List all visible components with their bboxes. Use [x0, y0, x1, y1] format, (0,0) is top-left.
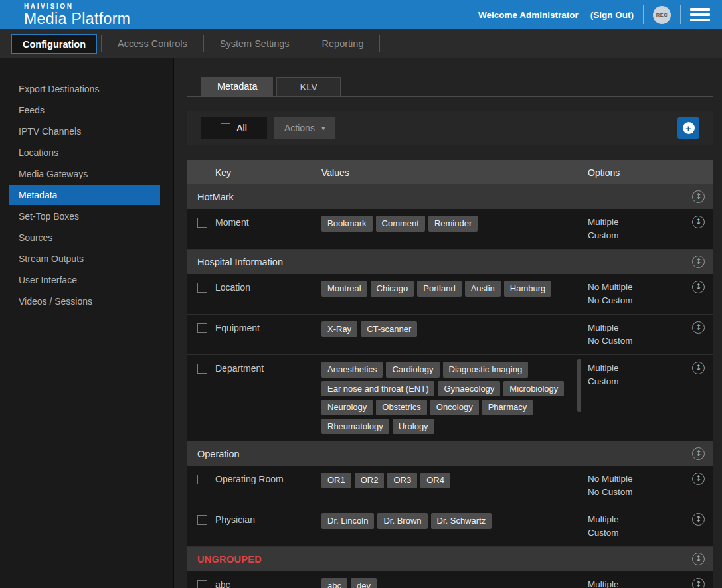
row-values: BookmarkCommentReminder — [321, 216, 566, 232]
tab-klv[interactable]: KLV — [276, 77, 340, 96]
reorder-icon[interactable]: ↕ — [692, 362, 705, 374]
value-tag[interactable]: OR3 — [387, 473, 417, 488]
value-tag[interactable]: Oncology — [430, 400, 479, 415]
row-checkbox[interactable] — [197, 364, 207, 374]
row-checkbox[interactable] — [197, 218, 207, 228]
nav-divider — [379, 35, 380, 52]
metadata-row: Equipment X-RayCT-scanner MultipleNo Cus… — [187, 315, 713, 355]
value-tag[interactable]: Microbiology — [503, 381, 564, 397]
sidebar-item-set-top-boxes[interactable]: Set-Top Boxes — [0, 206, 173, 227]
value-tag[interactable]: Pharmacy — [482, 400, 533, 415]
app-window: HAIVISION Media Platform Welcome Adminis… — [0, 0, 722, 588]
row-options: MultipleNo Custom — [571, 578, 681, 588]
row-options: MultipleCustom — [571, 513, 681, 540]
main-nav: Configuration Access Controls System Set… — [0, 29, 722, 58]
column-header-key: Key — [215, 167, 321, 178]
value-tag[interactable]: Dr. Lincoln — [321, 513, 374, 529]
value-tag[interactable]: Portland — [417, 281, 461, 297]
row-checkbox[interactable] — [197, 323, 207, 333]
add-metadata-button[interactable]: + — [677, 117, 699, 139]
sidebar-item-locations[interactable]: Locations — [0, 142, 173, 163]
sidebar-item-iptv-channels[interactable]: IPTV Channels — [0, 121, 173, 142]
reorder-icon[interactable]: ↕ — [692, 473, 705, 485]
value-tag[interactable]: OR2 — [355, 473, 385, 488]
value-tag[interactable]: Diagnostic Imaging — [443, 362, 529, 378]
value-tag[interactable]: X-Ray — [321, 321, 357, 337]
reorder-icon[interactable]: ↕ — [692, 281, 705, 293]
group-name: HotMark — [197, 192, 692, 202]
welcome-text: Welcome Administrator — [478, 10, 579, 20]
nav-divider — [101, 35, 102, 52]
value-tag[interactable]: OR1 — [321, 473, 351, 488]
value-tag[interactable]: Dr. Brown — [377, 513, 427, 529]
group-header-row[interactable]: UNGROUPED ↕ — [187, 547, 713, 571]
sidebar-item-stream-outputs[interactable]: Stream Outputs — [0, 248, 173, 269]
sidebar-item-sources[interactable]: Sources — [0, 227, 173, 248]
nav-tab-reporting[interactable]: Reporting — [310, 34, 376, 54]
value-tag[interactable]: Bookmark — [321, 216, 373, 232]
hamburger-menu-icon[interactable] — [690, 5, 710, 24]
value-tag[interactable]: Cardiology — [386, 362, 439, 378]
metadata-row: Physician Dr. LincolnDr. BrownDr. Schwar… — [187, 506, 713, 547]
value-tag[interactable]: Austin — [465, 281, 501, 297]
value-tag[interactable]: CT-scanner — [361, 321, 417, 337]
value-tag[interactable]: OR4 — [420, 473, 450, 488]
value-tag[interactable]: Comment — [376, 216, 425, 232]
nav-tab-configuration[interactable]: Configuration — [11, 34, 97, 54]
select-all-button[interactable]: All — [201, 117, 267, 139]
row-options: No MultipleNo Custom — [571, 281, 681, 307]
reorder-icon[interactable]: ↕ — [692, 190, 705, 203]
reorder-icon[interactable]: ↕ — [692, 447, 705, 460]
nav-tab-access-controls[interactable]: Access Controls — [106, 34, 199, 54]
brand-media-platform: Media Platform — [24, 11, 130, 27]
reorder-icon[interactable]: ↕ — [692, 256, 705, 268]
select-all-checkbox[interactable] — [221, 123, 230, 133]
value-tag[interactable]: Reminder — [428, 216, 478, 232]
sidebar-item-feeds[interactable]: Feeds — [0, 100, 173, 121]
row-values: X-RayCT-scanner — [321, 321, 566, 337]
group-header-row[interactable]: Operation ↕ — [187, 441, 713, 466]
reorder-icon[interactable]: ↕ — [692, 216, 705, 228]
values-scrollbar[interactable] — [577, 359, 581, 412]
value-tag[interactable]: Gynaecology — [438, 381, 500, 397]
sidebar-item-media-gateways[interactable]: Media Gateways — [0, 163, 173, 184]
group-header-row[interactable]: Hospital Information ↕ — [187, 250, 713, 274]
row-checkbox[interactable] — [197, 580, 207, 588]
option-line: Multiple — [588, 321, 681, 334]
value-tag[interactable]: abc — [321, 578, 347, 588]
nav-tab-system-settings[interactable]: System Settings — [208, 34, 302, 54]
reorder-icon[interactable]: ↕ — [692, 578, 705, 588]
value-tag[interactable]: Chicago — [371, 281, 414, 297]
row-key: abc — [215, 578, 321, 588]
value-tag[interactable]: Anaesthetics — [321, 362, 383, 378]
sidebar-item-user-interface[interactable]: User Interface — [0, 269, 173, 291]
value-tag[interactable]: Obstetrics — [376, 400, 427, 415]
reorder-icon[interactable]: ↕ — [692, 553, 705, 565]
sidebar-item-export-destinations[interactable]: Export Destinations — [0, 78, 173, 100]
value-tag[interactable]: Montreal — [321, 281, 367, 297]
value-tag[interactable]: Neurology — [321, 400, 373, 415]
sidebar-item-videos-sessions[interactable]: Videos / Sessions — [0, 291, 173, 312]
value-tag[interactable]: Ear nose and throat (ENT) — [321, 381, 434, 397]
tab-metadata[interactable]: Metadata — [201, 77, 273, 96]
value-tag[interactable]: Rheumatology — [321, 419, 389, 435]
plus-icon: + — [683, 122, 695, 134]
reorder-icon[interactable]: ↕ — [692, 513, 705, 526]
group-header-row[interactable]: HotMark ↕ — [187, 184, 713, 209]
option-line: Multiple — [588, 362, 681, 375]
value-tag[interactable]: Hamburg — [504, 281, 551, 297]
actions-dropdown[interactable]: Actions ▾ — [274, 117, 335, 139]
value-tag[interactable]: dev — [351, 578, 377, 588]
row-checkbox[interactable] — [197, 475, 207, 484]
value-tag[interactable]: Urology — [393, 419, 434, 435]
sign-out-link[interactable]: (Sign Out) — [590, 10, 634, 20]
group-name: Hospital Information — [197, 257, 692, 267]
group-name: Operation — [197, 449, 692, 459]
row-checkbox[interactable] — [197, 515, 207, 525]
rec-badge-icon[interactable]: REC — [653, 6, 671, 24]
value-tag[interactable]: Dr. Schwartz — [431, 513, 492, 529]
reorder-icon[interactable]: ↕ — [692, 321, 705, 334]
sidebar-item-metadata[interactable]: Metadata — [9, 185, 160, 205]
row-checkbox[interactable] — [197, 283, 207, 293]
column-header-values: Values — [321, 167, 571, 178]
